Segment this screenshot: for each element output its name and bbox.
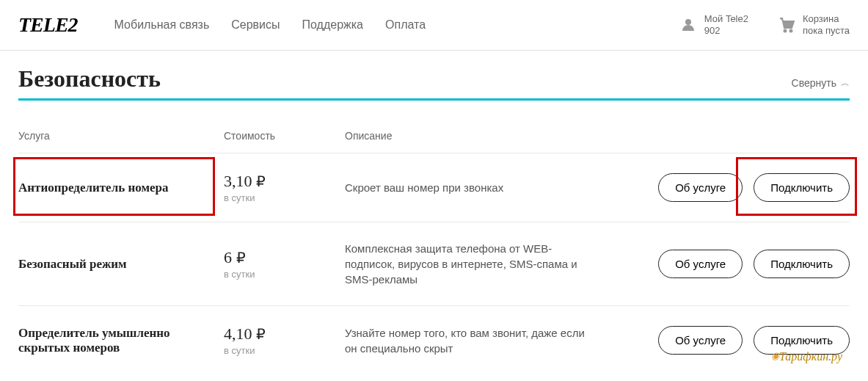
main-nav: Мобильная связь Сервисы Поддержка Оплата <box>114 18 679 32</box>
nav-support[interactable]: Поддержка <box>302 18 363 32</box>
service-name: Определитель умышленно скрытых номеров <box>18 326 224 355</box>
section-title: Безопасность <box>18 65 161 92</box>
service-name: Безопасный режим <box>18 257 224 272</box>
watermark: ◉Тарифкин.ру <box>771 350 842 363</box>
chevron-up-icon: ︿ <box>841 77 850 90</box>
nav-mobile[interactable]: Мобильная связь <box>114 18 210 32</box>
price-value: 6 <box>224 248 232 266</box>
col-desc: Описание <box>345 130 611 142</box>
svg-point-1 <box>784 30 786 32</box>
collapse-button[interactable]: Свернуть ︿ <box>792 77 850 90</box>
logo[interactable]: TELE2 <box>18 13 78 37</box>
col-price: Стоимость <box>224 130 345 142</box>
profile-link[interactable]: Мой Tele2 902 <box>679 13 748 36</box>
price-period: в сутки <box>224 269 345 280</box>
about-button[interactable]: Об услуге <box>658 173 743 202</box>
cart-sub: пока пуста <box>803 25 850 37</box>
price-value: 3,10 <box>224 172 252 190</box>
wifi-icon: ◉ <box>771 350 779 361</box>
col-name: Услуга <box>18 130 224 142</box>
currency: ₽ <box>236 250 246 266</box>
service-desc: Скроет ваш номер при звонках <box>345 180 611 195</box>
service-row: Определитель умышленно скрытых номеров 4… <box>18 305 850 374</box>
connect-button[interactable]: Подключить <box>754 250 850 278</box>
service-row: Безопасный режим 6 ₽ в сутки Комплексная… <box>18 222 850 305</box>
service-desc: Узнайте номер того, кто вам звонит, даже… <box>345 325 611 356</box>
collapse-label: Свернуть <box>792 77 836 89</box>
about-button[interactable]: Об услуге <box>658 326 743 355</box>
currency: ₽ <box>256 173 266 189</box>
nav-payment[interactable]: Оплата <box>385 18 426 32</box>
service-row: Антиопределитель номера 3,10 ₽ в сутки С… <box>18 153 850 222</box>
nav-services[interactable]: Сервисы <box>231 18 280 32</box>
cart-label: Корзина <box>803 13 850 25</box>
cart-link[interactable]: Корзина пока пуста <box>778 13 850 36</box>
svg-point-0 <box>685 19 691 25</box>
about-button[interactable]: Об услуге <box>658 250 743 278</box>
cart-icon <box>778 16 795 34</box>
price-period: в сутки <box>224 345 345 356</box>
profile-sub: 902 <box>704 25 748 37</box>
price-period: в сутки <box>224 192 345 203</box>
connect-button[interactable]: Подключить <box>754 173 850 202</box>
profile-label: Мой Tele2 <box>704 13 748 25</box>
currency: ₽ <box>256 326 266 342</box>
service-name: Антиопределитель номера <box>18 181 224 195</box>
table-header: Услуга Стоимость Описание <box>18 123 850 153</box>
service-desc: Комплексная защита телефона от WEB-подпи… <box>345 241 611 287</box>
svg-point-2 <box>789 30 792 32</box>
person-icon <box>679 16 697 34</box>
price-value: 4,10 <box>224 324 252 343</box>
